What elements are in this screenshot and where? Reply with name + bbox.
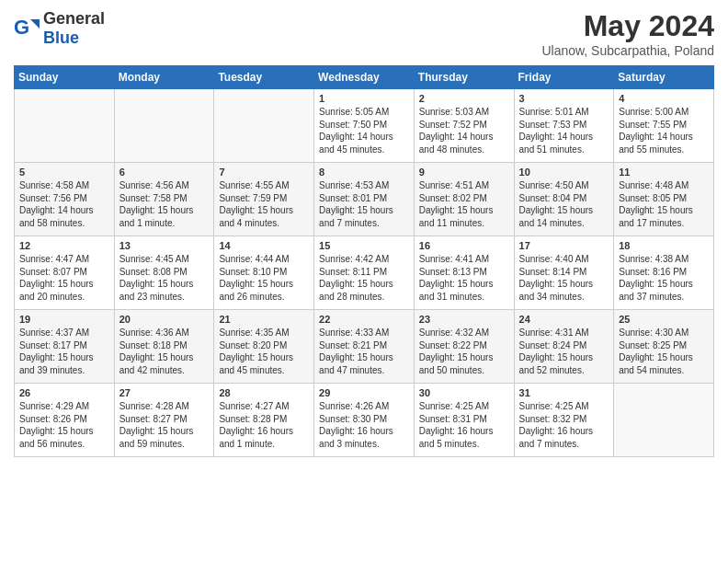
day-info: Sunrise: 4:31 AMSunset: 8:24 PMDaylight:… (519, 327, 609, 376)
day-info: Sunrise: 4:27 AMSunset: 8:28 PMDaylight:… (219, 400, 309, 450)
calendar-cell: 6Sunrise: 4:56 AMSunset: 7:58 PMDaylight… (114, 163, 214, 236)
day-number: 4 (619, 93, 709, 104)
calendar-cell (614, 384, 714, 457)
day-info: Sunrise: 4:41 AMSunset: 8:13 PMDaylight:… (419, 253, 509, 303)
weekday-header-tuesday: Tuesday (214, 66, 314, 89)
day-number: 8 (319, 167, 409, 178)
day-number: 22 (319, 314, 409, 325)
day-number: 1 (319, 93, 409, 104)
day-number: 6 (119, 167, 210, 178)
day-info: Sunrise: 4:36 AMSunset: 8:18 PMDaylight:… (119, 327, 210, 376)
month-title: May 2024 (541, 9, 714, 43)
calendar-cell: 21Sunrise: 4:35 AMSunset: 8:20 PMDayligh… (214, 310, 314, 384)
day-info: Sunrise: 4:25 AMSunset: 8:32 PMDaylight:… (519, 400, 609, 450)
day-number: 3 (519, 93, 609, 104)
logo: G General Blue (14, 9, 105, 48)
calendar-cell: 30Sunrise: 4:25 AMSunset: 8:31 PMDayligh… (414, 384, 514, 457)
day-number: 20 (119, 314, 210, 325)
week-row-3: 12Sunrise: 4:47 AMSunset: 8:07 PMDayligh… (15, 236, 714, 310)
day-number: 29 (319, 387, 409, 398)
logo-blue: Blue (43, 29, 79, 47)
day-info: Sunrise: 4:26 AMSunset: 8:30 PMDaylight:… (319, 400, 409, 450)
week-row-5: 26Sunrise: 4:29 AMSunset: 8:26 PMDayligh… (15, 384, 714, 457)
day-number: 9 (419, 167, 509, 178)
calendar-cell: 24Sunrise: 4:31 AMSunset: 8:24 PMDayligh… (514, 310, 614, 384)
calendar-cell: 9Sunrise: 4:51 AMSunset: 8:02 PMDaylight… (414, 163, 514, 236)
day-info: Sunrise: 4:32 AMSunset: 8:22 PMDaylight:… (419, 327, 509, 376)
day-info: Sunrise: 4:50 AMSunset: 8:04 PMDaylight:… (519, 179, 609, 229)
weekday-header-saturday: Saturday (614, 66, 714, 89)
day-info: Sunrise: 4:29 AMSunset: 8:26 PMDaylight:… (19, 400, 109, 450)
day-number: 2 (419, 93, 509, 104)
week-row-2: 5Sunrise: 4:58 AMSunset: 7:56 PMDaylight… (15, 163, 714, 236)
calendar-cell: 12Sunrise: 4:47 AMSunset: 8:07 PMDayligh… (15, 236, 115, 310)
day-number: 12 (19, 240, 109, 251)
day-info: Sunrise: 4:44 AMSunset: 8:10 PMDaylight:… (219, 253, 309, 303)
day-number: 24 (519, 314, 609, 325)
day-info: Sunrise: 4:45 AMSunset: 8:08 PMDaylight:… (119, 253, 210, 303)
day-number: 7 (219, 167, 309, 178)
calendar-cell: 22Sunrise: 4:33 AMSunset: 8:21 PMDayligh… (314, 310, 415, 384)
calendar-cell: 29Sunrise: 4:26 AMSunset: 8:30 PMDayligh… (314, 384, 415, 457)
calendar-cell: 16Sunrise: 4:41 AMSunset: 8:13 PMDayligh… (414, 236, 514, 310)
day-number: 26 (19, 387, 109, 398)
day-number: 19 (19, 314, 109, 325)
calendar-cell (15, 89, 115, 163)
calendar-cell: 5Sunrise: 4:58 AMSunset: 7:56 PMDaylight… (15, 163, 115, 236)
calendar-cell: 1Sunrise: 5:05 AMSunset: 7:50 PMDaylight… (314, 89, 415, 163)
calendar-cell: 20Sunrise: 4:36 AMSunset: 8:18 PMDayligh… (114, 310, 214, 384)
weekday-header-wednesday: Wednesday (314, 66, 415, 89)
calendar-cell: 7Sunrise: 4:55 AMSunset: 7:59 PMDaylight… (214, 163, 314, 236)
day-info: Sunrise: 5:00 AMSunset: 7:55 PMDaylight:… (619, 106, 709, 155)
calendar-cell: 11Sunrise: 4:48 AMSunset: 8:05 PMDayligh… (614, 163, 714, 236)
day-number: 15 (319, 240, 409, 251)
day-info: Sunrise: 4:42 AMSunset: 8:11 PMDaylight:… (319, 253, 409, 303)
logo-icon: G (14, 16, 40, 41)
weekday-header-thursday: Thursday (414, 66, 514, 89)
calendar-cell: 25Sunrise: 4:30 AMSunset: 8:25 PMDayligh… (614, 310, 714, 384)
calendar-cell: 2Sunrise: 5:03 AMSunset: 7:52 PMDaylight… (414, 89, 514, 163)
day-info: Sunrise: 5:05 AMSunset: 7:50 PMDaylight:… (319, 106, 409, 155)
calendar-cell: 23Sunrise: 4:32 AMSunset: 8:22 PMDayligh… (414, 310, 514, 384)
day-info: Sunrise: 4:40 AMSunset: 8:14 PMDaylight:… (519, 253, 609, 303)
weekday-header-sunday: Sunday (15, 66, 115, 89)
page-header: G General Blue May 2024 Ulanow, Subcarpa… (14, 9, 714, 58)
weekday-header-friday: Friday (514, 66, 614, 89)
weekday-header-monday: Monday (114, 66, 214, 89)
logo-general: General (43, 9, 105, 28)
calendar-table: SundayMondayTuesdayWednesdayThursdayFrid… (14, 65, 714, 457)
logo-text: General Blue (43, 9, 105, 48)
day-number: 21 (219, 314, 309, 325)
calendar-cell: 14Sunrise: 4:44 AMSunset: 8:10 PMDayligh… (214, 236, 314, 310)
calendar-cell: 3Sunrise: 5:01 AMSunset: 7:53 PMDaylight… (514, 89, 614, 163)
day-info: Sunrise: 4:33 AMSunset: 8:21 PMDaylight:… (319, 327, 409, 376)
calendar-cell: 26Sunrise: 4:29 AMSunset: 8:26 PMDayligh… (15, 384, 115, 457)
calendar-cell: 17Sunrise: 4:40 AMSunset: 8:14 PMDayligh… (514, 236, 614, 310)
day-number: 18 (619, 240, 709, 251)
calendar-cell: 19Sunrise: 4:37 AMSunset: 8:17 PMDayligh… (15, 310, 115, 384)
day-info: Sunrise: 4:51 AMSunset: 8:02 PMDaylight:… (419, 179, 509, 229)
calendar-cell: 31Sunrise: 4:25 AMSunset: 8:32 PMDayligh… (514, 384, 614, 457)
calendar-cell: 4Sunrise: 5:00 AMSunset: 7:55 PMDaylight… (614, 89, 714, 163)
day-info: Sunrise: 4:56 AMSunset: 7:58 PMDaylight:… (119, 179, 210, 229)
day-info: Sunrise: 4:55 AMSunset: 7:59 PMDaylight:… (219, 179, 309, 229)
day-info: Sunrise: 4:48 AMSunset: 8:05 PMDaylight:… (619, 179, 709, 229)
day-info: Sunrise: 4:37 AMSunset: 8:17 PMDaylight:… (19, 327, 109, 376)
day-info: Sunrise: 4:47 AMSunset: 8:07 PMDaylight:… (19, 253, 109, 303)
day-number: 25 (619, 314, 709, 325)
week-row-1: 1Sunrise: 5:05 AMSunset: 7:50 PMDaylight… (15, 89, 714, 163)
day-number: 17 (519, 240, 609, 251)
day-info: Sunrise: 5:03 AMSunset: 7:52 PMDaylight:… (419, 106, 509, 155)
calendar-cell (114, 89, 214, 163)
weekday-header-row: SundayMondayTuesdayWednesdayThursdayFrid… (15, 66, 714, 89)
svg-marker-1 (30, 19, 40, 29)
calendar-cell: 10Sunrise: 4:50 AMSunset: 8:04 PMDayligh… (514, 163, 614, 236)
day-number: 31 (519, 387, 609, 398)
location-subtitle: Ulanow, Subcarpathia, Poland (541, 43, 714, 58)
calendar-cell (214, 89, 314, 163)
day-number: 16 (419, 240, 509, 251)
day-info: Sunrise: 4:30 AMSunset: 8:25 PMDaylight:… (619, 327, 709, 376)
svg-text:G: G (14, 16, 29, 39)
day-info: Sunrise: 4:28 AMSunset: 8:27 PMDaylight:… (119, 400, 210, 450)
day-number: 11 (619, 167, 709, 178)
